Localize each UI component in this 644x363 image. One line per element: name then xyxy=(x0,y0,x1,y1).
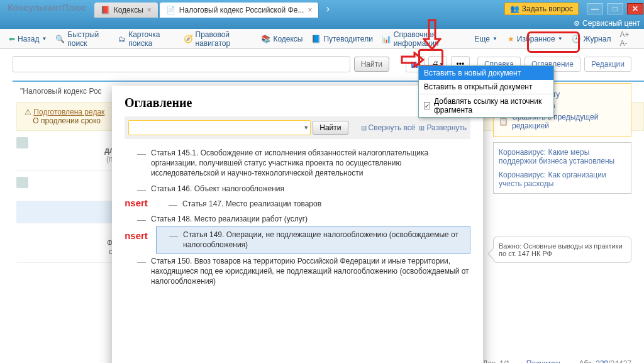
expand-all-button[interactable]: ⊞ Развернуть xyxy=(419,123,467,132)
toc-item[interactable]: Статья 145.1. Освобождение от исполнения… xyxy=(125,145,470,181)
dropdown-item-open-doc[interactable]: Вставить в открытый документ xyxy=(419,80,553,94)
service-bar: ⚙ Сервисный цент xyxy=(0,18,644,29)
toc-item[interactable]: Статья 146. Объект налогообложения xyxy=(125,181,470,196)
tab-label: Кодексы xyxy=(114,6,143,14)
calc-link[interactable]: Посчитать xyxy=(526,359,563,363)
toc-panel: Оглавление ▼ Найти ⊟ Свернуть всё ⊞ Разв… xyxy=(112,86,483,363)
tab-codes[interactable]: 📕Кодексы× xyxy=(94,3,158,18)
quick-search-button[interactable]: 🔍Быстрый поиск xyxy=(52,28,113,50)
info-link[interactable]: Коронавирус: Какие меры поддержки бизнес… xyxy=(499,148,626,165)
font-size-button[interactable]: A+ A- xyxy=(616,28,639,50)
document-search-input[interactable] xyxy=(13,56,350,72)
annotation-arrow-down-icon xyxy=(423,19,441,50)
title-bar: КонсультантПлюс 📕Кодексы× 📄Налоговый код… xyxy=(0,0,644,18)
tab-label: Налоговый кодекс Российской Фе... xyxy=(179,6,304,14)
toc-list: Статья 145.1. Освобождение от исполнения… xyxy=(125,145,470,362)
card-search-button[interactable]: 🗂Карточка поиска xyxy=(114,28,178,50)
more-button[interactable]: Еще▼ xyxy=(471,33,501,45)
toc-item[interactable]: Статья 147. Место реализации товаров xyxy=(156,196,470,211)
toc-item[interactable]: Статья 148. Место реализации работ (услу… xyxy=(125,211,470,226)
insert-label: Insert xyxy=(125,230,148,241)
close-window-button[interactable]: ✕ xyxy=(627,3,643,14)
toc-search-input[interactable] xyxy=(128,120,311,135)
service-center-link[interactable]: ⚙ Сервисный цент xyxy=(570,19,644,28)
toc-item-selected[interactable]: Статья 149. Операции, не подлежащие нало… xyxy=(156,226,470,253)
minimize-button[interactable]: — xyxy=(587,3,603,14)
find-button[interactable]: Найти xyxy=(354,57,389,72)
status-bar: Док. 1/1 Посчитать Абз. 239/24427 xyxy=(482,359,631,363)
checkbox-icon[interactable]: ✓ xyxy=(424,102,430,109)
annotation-highlight-box xyxy=(418,49,443,67)
codes-button[interactable]: 📚Кодексы xyxy=(257,33,306,45)
info-link[interactable]: Коронавирус: Как организации учесть расх… xyxy=(499,170,626,188)
toc-find-button[interactable]: Найти xyxy=(313,121,348,135)
new-tab-button[interactable]: › xyxy=(320,0,335,18)
maximize-button[interactable]: □ xyxy=(607,3,623,14)
sidebar-info-box: Коронавирус: Какие меры поддержки бизнес… xyxy=(493,142,631,194)
doc-counter: Док. 1/1 xyxy=(482,359,510,363)
dropdown-item-add-link[interactable]: ✓Добавлять ссылку на источник фрагмента xyxy=(419,94,553,117)
back-button[interactable]: ⬅Назад▼ xyxy=(5,33,50,45)
close-icon[interactable]: × xyxy=(308,6,312,14)
insert-label: Insert xyxy=(125,198,148,208)
brand-label: КонсультантПлюс xyxy=(0,0,94,15)
dropdown-item-new-doc[interactable]: Вставить в новый документ xyxy=(419,66,553,80)
tab-redakcii[interactable]: Редакции xyxy=(584,57,631,72)
tab-document[interactable]: 📄Налоговый кодекс Российской Фе...× xyxy=(160,3,319,18)
ask-question-button[interactable]: 👥Задать вопрос xyxy=(504,3,579,15)
guides-button[interactable]: 📘Путеводители xyxy=(308,33,376,45)
collapse-all-button[interactable]: ⊟ Свернуть всё xyxy=(361,123,416,132)
sidebar-quote[interactable]: Важно: Основные выводы из практики по ст… xyxy=(493,237,631,263)
toc-item[interactable]: Статья 150. Ввоз товаров на территорию Р… xyxy=(125,254,470,289)
law-navigator-button[interactable]: 🧭Правовой навигатор xyxy=(180,28,257,50)
paragraph-counter: Абз. 239/24427 xyxy=(579,359,631,363)
word-export-dropdown: Вставить в новый документ Вставить в отк… xyxy=(418,65,554,118)
annotation-highlight-box xyxy=(527,31,580,53)
close-icon[interactable]: × xyxy=(147,6,152,14)
warn-link[interactable]: Подготовлена редак xyxy=(33,108,104,116)
